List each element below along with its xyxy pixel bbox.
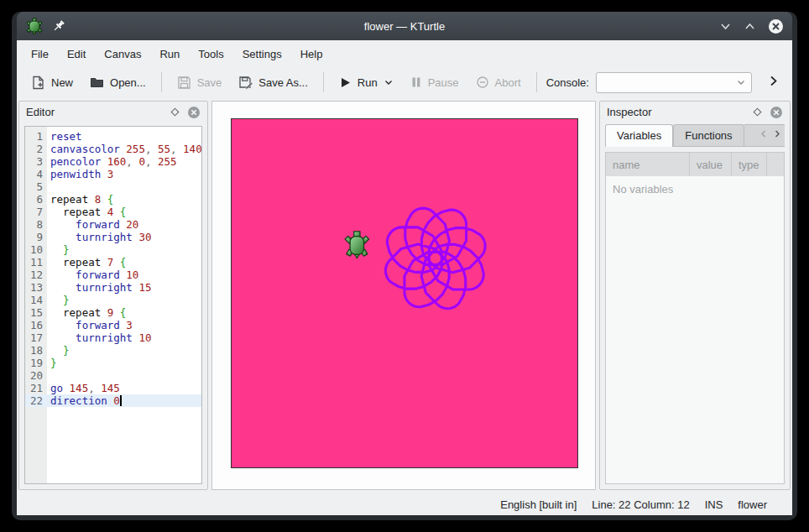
kturtle-app-icon [25,17,44,35]
variables-table: name value type No variables [605,152,785,484]
save-icon [177,76,191,90]
code-line[interactable]: 7 repeat 4 { [25,206,201,218]
menu-help[interactable]: Help [291,44,332,65]
turtle-canvas [231,118,578,468]
variables-table-header: name value type [606,153,784,176]
code-line[interactable]: 14 } [25,294,201,306]
new-button[interactable]: New [23,71,81,94]
toolbar: New Open... Save Save A [17,67,792,97]
inspector-panel: Inspector Variables Functions [599,101,791,490]
column-name[interactable]: name [606,153,690,176]
column-type[interactable]: type [732,153,767,176]
editor-header[interactable]: Editor [19,102,207,123]
code-line[interactable]: 18 } [25,344,201,357]
menu-edit[interactable]: Edit [58,44,95,65]
abort-button[interactable]: Abort [468,71,529,93]
close-panel-icon[interactable] [770,106,783,119]
code-line[interactable]: 1reset [25,130,201,143]
code-line[interactable]: 11 repeat 7 { [25,256,201,269]
text-cursor [120,395,122,406]
code-line[interactable]: 4penwidth 3 [25,168,201,180]
close-button[interactable] [768,18,784,34]
code-line[interactable]: 20 [25,369,201,382]
code-line[interactable]: 13 turnright 15 [25,281,201,294]
code-line[interactable]: 2canvascolor 255, 55, 140 [25,143,201,155]
run-speed-chevron-icon[interactable] [384,77,394,87]
code-line[interactable]: 22direction 0 [25,394,201,407]
open-folder-icon [90,76,104,90]
tab-scroll-right-icon[interactable] [773,129,781,138]
menu-canvas[interactable]: Canvas [95,44,150,65]
menu-settings[interactable]: Settings [233,44,291,65]
menubar: File Edit Canvas Run Tools Settings Help [17,40,792,67]
inspector-title: Inspector [607,106,752,118]
save-as-icon [238,76,253,90]
code-line[interactable]: 17 turnright 10 [25,331,201,344]
flower-drawing [385,208,485,309]
code-line[interactable]: 3pencolor 160, 0, 255 [25,155,201,168]
console-label: Console: [546,76,589,89]
pause-icon [410,76,422,88]
menu-file[interactable]: File [22,44,58,65]
tab-functions[interactable]: Functions [673,124,744,146]
code-editor[interactable]: 1reset2canvascolor 255, 55, 1403pencolor… [24,126,202,484]
float-panel-icon[interactable] [170,107,180,117]
pin-icon[interactable] [52,19,65,33]
menu-tools[interactable]: Tools [189,44,232,65]
editor-title: Editor [26,106,170,118]
code-line[interactable]: 5 [25,180,201,193]
code-line[interactable]: 16 forward 3 [25,319,201,331]
pause-button[interactable]: Pause [403,72,467,93]
run-button[interactable]: Run [331,72,401,93]
overflow-chevron-icon [768,75,779,87]
titlebar[interactable]: flower — KTurtle [17,12,792,40]
save-as-button[interactable]: Save As... [231,71,316,94]
inspector-tabbar: Variables Functions [605,124,785,147]
maximize-button[interactable] [744,20,756,33]
open-button[interactable]: Open... [82,71,154,94]
toolbar-overflow-button[interactable] [761,71,786,93]
code-line[interactable]: 21go 145, 145 [25,382,201,394]
console-input[interactable] [596,72,752,93]
editor-panel: Editor 1reset2canvascolor 255, 55, 1403p… [18,101,208,490]
status-insert-mode: INS [705,498,723,511]
code-line[interactable]: 8 forward 20 [25,218,201,231]
new-file-icon [31,76,45,90]
save-button[interactable]: Save [170,71,230,94]
tab-scroll-left-icon[interactable] [759,129,768,138]
minimize-button[interactable] [719,20,732,33]
close-panel-icon[interactable] [187,106,201,119]
column-value[interactable]: value [690,153,732,176]
tab-variables[interactable]: Variables [605,124,673,147]
code-line[interactable]: 10 } [25,243,201,256]
float-panel-icon[interactable] [752,107,763,117]
code-line[interactable]: 6repeat 8 { [25,193,201,206]
code-line[interactable]: 12 forward 10 [25,269,201,281]
abort-icon [476,76,489,89]
run-play-icon [339,76,352,89]
canvas-view [211,101,596,490]
code-line[interactable]: 19} [25,357,201,369]
toolbar-separator [323,72,324,92]
inspector-header[interactable]: Inspector [600,102,790,123]
menu-run[interactable]: Run [150,44,189,65]
status-cursor-position: Line: 22 Column: 12 [592,498,689,511]
toolbar-separator [536,72,537,92]
statusbar: English [built in] Line: 22 Column: 12 I… [17,493,792,515]
kturtle-window: flower — KTurtle File Edit Canvas Run To… [12,12,797,520]
no-variables-text: No variables [606,176,784,202]
turtle-sprite [345,232,368,258]
status-language: English [built in] [500,498,577,511]
code-line[interactable]: 15 repeat 9 { [25,306,201,319]
status-script-name: flower [738,498,767,511]
combo-chevron-icon [736,77,746,87]
toolbar-separator [161,72,162,92]
window-title: flower — KTurtle [17,20,792,33]
code-line[interactable]: 9 turnright 30 [25,231,201,243]
